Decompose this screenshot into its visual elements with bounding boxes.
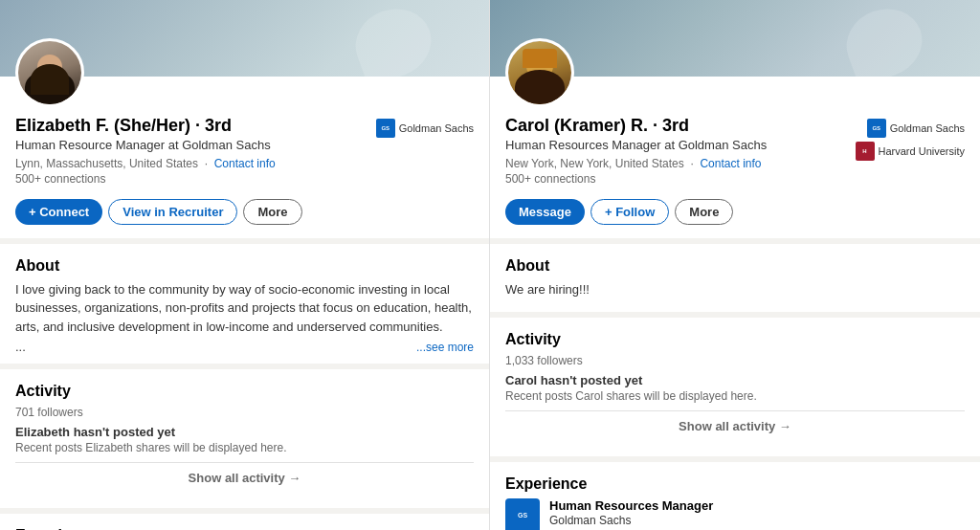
profile-location-carol: New York, New York, United States · Cont…: [505, 157, 767, 170]
divider-2-elizabeth: [0, 364, 489, 369]
exp-logo-carol: GS: [505, 498, 540, 530]
connections-elizabeth: 500+ connections: [15, 172, 276, 186]
divider-3-elizabeth: [0, 508, 489, 514]
about-section-elizabeth: About I love giving back to the communit…: [15, 257, 474, 364]
divider-3-carol: [490, 456, 980, 462]
activity-no-posts-elizabeth: Elizabeth hasn't posted yet: [15, 425, 474, 439]
activity-followers-carol: 1,033 followers: [505, 354, 965, 367]
divider-2-carol: [490, 312, 980, 318]
gs-label-elizabeth: Goldman Sachs: [399, 122, 474, 134]
harvard-logo-box-carol: H: [856, 142, 875, 161]
profile-panel-carol: Carol (Kramer) R. · 3rd Human Resources …: [490, 0, 980, 530]
company-logo-harvard-carol: H Harvard University: [856, 142, 965, 161]
profile-location-elizabeth: Lynn, Massachusetts, United States · Con…: [15, 157, 276, 170]
activity-sub-carol: Recent posts Carol shares will be displa…: [505, 389, 965, 403]
harvard-label-carol: Harvard University: [879, 145, 965, 157]
activity-title-carol: Activity: [505, 331, 965, 348]
about-text-elizabeth: I love giving back to the community by w…: [15, 280, 474, 337]
company-logos-carol: GS Goldman Sachs H Harvard University: [856, 119, 965, 161]
show-all-activity-elizabeth[interactable]: Show all activity →: [15, 471, 474, 485]
avatar-image-elizabeth: [18, 41, 81, 104]
see-more-elizabeth[interactable]: ...see more: [416, 341, 474, 354]
exp-details-carol: Human Resources Manager Goldman Sachs Ma…: [549, 498, 959, 530]
profile-content-elizabeth: Elizabeth F. (She/Her) · 3rd Human Resou…: [0, 77, 489, 530]
gs-logo-box-carol: GS: [867, 119, 886, 138]
connections-carol: 500+ connections: [505, 172, 767, 186]
company-logos-elizabeth: GS Goldman Sachs: [376, 119, 474, 138]
experience-section-carol: Experience GS Human Resources Manager Go…: [505, 475, 965, 530]
profile-headline-carol: Human Resources Manager at Goldman Sachs: [505, 137, 767, 154]
profile-panel-elizabeth: Elizabeth F. (She/Her) · 3rd Human Resou…: [0, 0, 490, 530]
company-logo-gs-elizabeth: GS Goldman Sachs: [376, 119, 474, 138]
activity-followers-elizabeth: 701 followers: [15, 406, 474, 419]
about-ellipsis-elizabeth: ...: [15, 340, 26, 354]
connect-button-elizabeth[interactable]: + Connect: [15, 199, 102, 225]
exp-company-carol: Goldman Sachs: [549, 514, 959, 527]
action-buttons-elizabeth: + Connect View in Recruiter More: [15, 199, 474, 225]
avatar-elizabeth: [15, 38, 84, 107]
activity-title-elizabeth: Activity: [15, 383, 474, 400]
profile-name-elizabeth: Elizabeth F. (She/Her) · 3rd: [15, 115, 276, 137]
view-recruiter-button-elizabeth[interactable]: View in Recruiter: [108, 199, 237, 225]
about-title-elizabeth: About: [15, 257, 474, 275]
gs-label-carol: Goldman Sachs: [890, 122, 965, 134]
contact-info-link-carol[interactable]: Contact info: [700, 157, 761, 170]
show-all-activity-carol[interactable]: Show all activity →: [505, 419, 965, 433]
about-text-carol: We are hiring!!!: [505, 280, 965, 299]
more-button-elizabeth[interactable]: More: [243, 199, 301, 225]
activity-sub-elizabeth: Recent posts Elizabeth shares will be di…: [15, 441, 474, 454]
more-button-carol[interactable]: More: [675, 199, 733, 225]
header-bg-carol: [490, 0, 980, 77]
action-buttons-carol: Message + Follow More: [505, 199, 965, 225]
name-headline-block-carol: Carol (Kramer) R. · 3rd Human Resources …: [505, 115, 767, 195]
profile-headline-elizabeth: Human Resource Manager at Goldman Sachs: [15, 137, 276, 154]
divider-1-carol: [490, 238, 980, 244]
experience-title-carol: Experience: [505, 475, 965, 493]
exp-title-carol: Human Resources Manager: [549, 498, 959, 513]
profile-name-carol: Carol (Kramer) R. · 3rd: [505, 115, 767, 137]
contact-info-link-elizabeth[interactable]: Contact info: [214, 157, 276, 170]
about-section-carol: About We are hiring!!!: [505, 257, 965, 313]
divider-1-elizabeth: [0, 238, 489, 244]
about-title-carol: About: [505, 257, 965, 275]
profile-content-carol: Carol (Kramer) R. · 3rd Human Resources …: [490, 77, 980, 530]
follow-button-carol[interactable]: + Follow: [590, 199, 669, 225]
name-headline-block-elizabeth: Elizabeth F. (She/Her) · 3rd Human Resou…: [15, 115, 276, 195]
profile-info-row-carol: Carol (Kramer) R. · 3rd Human Resources …: [505, 115, 965, 195]
activity-section-elizabeth: Activity 701 followers Elizabeth hasn't …: [15, 383, 474, 508]
header-bg-elizabeth: [0, 0, 489, 77]
profile-info-row-elizabeth: Elizabeth F. (She/Her) · 3rd Human Resou…: [15, 115, 474, 195]
company-logo-gs-carol: GS Goldman Sachs: [867, 119, 965, 138]
activity-section-carol: Activity 1,033 followers Carol hasn't po…: [505, 331, 965, 456]
activity-no-posts-carol: Carol hasn't posted yet: [505, 373, 965, 387]
avatar-carol: [505, 38, 574, 107]
gs-logo-box-elizabeth: GS: [376, 119, 395, 138]
avatar-image-carol: [508, 41, 571, 104]
message-button-carol[interactable]: Message: [505, 199, 585, 225]
experience-item-carol-0: GS Human Resources Manager Goldman Sachs…: [505, 498, 965, 530]
